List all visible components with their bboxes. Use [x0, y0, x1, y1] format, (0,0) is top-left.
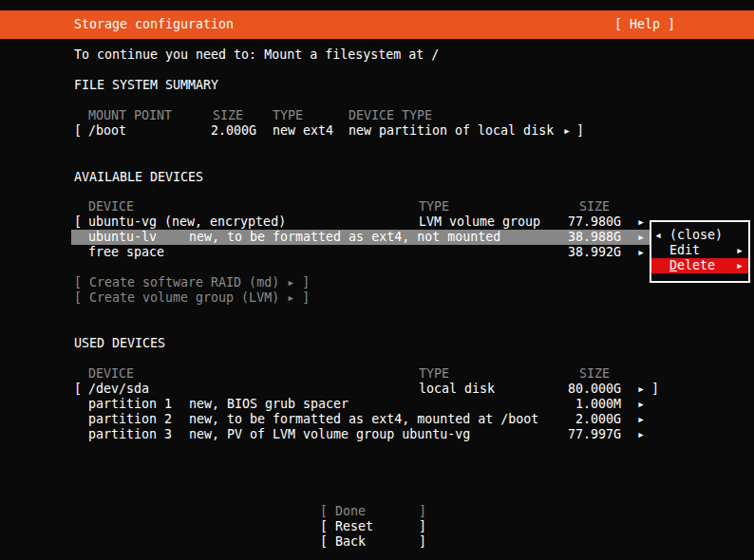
available-devices-column-headers: DEVICE TYPE SIZE [0, 199, 754, 215]
submenu-arrow-icon: ▸ [563, 123, 571, 139]
menu-item-close[interactable]: ◂ (close) [651, 228, 748, 243]
col-device-type: DEVICE TYPE [349, 108, 432, 123]
device-name: partition 3 [88, 427, 172, 442]
button-label: Back [335, 534, 366, 550]
device-row-dev-sda[interactable]: [ /dev/sda local disk 80.000G ▸ ] [0, 382, 754, 397]
col-mount-point: MOUNT POINT [88, 108, 172, 123]
help-button[interactable]: [ Help ] [614, 10, 675, 39]
device-row-ubuntu-lv[interactable]: ubuntu-lv new, to be formatted as ext4, … [71, 230, 650, 245]
storage-configuration-screen: { "header": { "title": "Storage configur… [0, 0, 754, 560]
filesystem-row-boot[interactable]: [ /boot 2.000G new ext4 new partition of… [0, 123, 754, 139]
bracket-close: ] [419, 534, 426, 550]
menu-item-label: Edit [669, 243, 700, 258]
col-size: SIZE [213, 108, 243, 123]
device-row-partition-2[interactable]: partition 2 new, to be formatted as ext4… [0, 412, 754, 427]
device-size: 80.000G [560, 382, 621, 397]
device-description: new, to be formatted as ext4, not mounte… [189, 230, 500, 245]
reset-button[interactable]: [ Reset ] [320, 519, 426, 534]
bracket-open: [ [320, 504, 328, 519]
create-volume-group-button[interactable]: [ Create volume group (LVM) ▸ ] [0, 290, 754, 306]
submenu-arrow-icon: ▸ [637, 427, 645, 442]
col-size: SIZE [579, 199, 610, 215]
bracket-open: [ [320, 519, 328, 534]
device-name: free space [88, 245, 164, 260]
bracket-close: ] [419, 519, 426, 534]
bracket-close: ] [576, 123, 584, 139]
context-menu: ◂ (close) Edit ▸ D elete ▸ [650, 220, 750, 283]
submenu-arrow-icon: ▸ [637, 397, 645, 412]
menu-item-delete[interactable]: D elete ▸ [651, 258, 748, 273]
col-size: SIZE [579, 366, 610, 382]
bracket-open: [ [74, 123, 82, 139]
filesystem-summary-heading: FILE SYSTEM SUMMARY [0, 78, 754, 93]
type: new ext4 [273, 123, 333, 139]
col-device: DEVICE [88, 199, 134, 215]
device-name: partition 2 [88, 412, 172, 427]
device-size: 77.980G [560, 215, 621, 230]
col-type: TYPE [419, 199, 449, 215]
notice-line: To continue you need to: Mount a filesys… [0, 47, 754, 63]
submenu-arrow-icon: ▸ [637, 382, 645, 397]
filesystem-summary-column-headers: MOUNT POINT SIZE TYPE DEVICE TYPE [0, 108, 754, 123]
available-devices-heading: AVAILABLE DEVICES [0, 170, 754, 185]
submenu-arrow-icon: ▸ [736, 258, 744, 273]
col-device: DEVICE [88, 366, 134, 382]
col-type: TYPE [419, 366, 449, 382]
button-label: Done [335, 504, 366, 519]
device-name: ubuntu-vg (new, encrypted) [88, 215, 286, 230]
submenu-arrow-icon: ▸ [637, 412, 645, 427]
device-name: /dev/sda [88, 382, 149, 397]
back-button[interactable]: [ Back ] [320, 534, 426, 550]
used-devices-column-headers: DEVICE TYPE SIZE [0, 366, 754, 382]
bracket-close: ] [419, 504, 426, 519]
submenu-arrow-icon: ▸ [637, 245, 645, 260]
create-raid-button[interactable]: [ Create software RAID (md) ▸ ] [0, 275, 754, 290]
device-description: new, to be formatted as ext4, mounted at… [189, 412, 538, 427]
menu-item-label: (close) [669, 228, 723, 243]
device-size: 77.997G [560, 427, 621, 442]
device-size: 38.988G [560, 230, 621, 245]
submenu-arrow-icon: ▸ [637, 215, 645, 230]
submenu-arrow-icon: ▸ [736, 243, 744, 258]
device-type: new partition of local disk [349, 123, 554, 139]
used-devices-heading: USED DEVICES [0, 336, 754, 351]
submenu-arrow-icon: ▸ [637, 230, 645, 245]
device-row-partition-1[interactable]: partition 1 new, BIOS grub spacer 1.000M… [0, 397, 754, 412]
device-description: new, PV of LVM volume group ubuntu-vg [189, 427, 470, 442]
device-type: LVM volume group [419, 215, 540, 230]
menu-item-edit[interactable]: Edit ▸ [651, 243, 748, 258]
notice-text: To continue you need to: Mount a filesys… [74, 47, 439, 63]
device-row-free-space[interactable]: free space 38.992G ▸ [0, 245, 754, 260]
button-label: Reset [335, 519, 373, 534]
collapse-arrow-icon: ◂ [654, 228, 662, 243]
bracket-open: [ [74, 215, 82, 230]
device-size: 2.000G [560, 412, 621, 427]
bracket-open: [ [320, 534, 328, 550]
device-size: 38.992G [560, 245, 621, 260]
device-type: local disk [419, 382, 495, 397]
size: 2.000G [211, 123, 256, 139]
menu-item-label-key: D [669, 258, 677, 273]
device-name: partition 1 [88, 397, 172, 412]
menu-item-label: elete [677, 258, 715, 273]
title-bar: Storage configuration [ Help ] [0, 10, 754, 39]
page-title: Storage configuration [74, 10, 234, 39]
device-name: ubuntu-lv [88, 230, 157, 245]
bracket-open: [ [74, 382, 82, 397]
device-size: 1.000M [560, 397, 621, 412]
device-row-ubuntu-vg[interactable]: [ ubuntu-vg (new, encrypted) LVM volume … [0, 215, 754, 230]
col-type: TYPE [273, 108, 303, 123]
device-row-partition-3[interactable]: partition 3 new, PV of LVM volume group … [0, 427, 754, 442]
bracket-close: ] [651, 382, 659, 397]
done-button[interactable]: [ Done ] [320, 504, 426, 519]
mount-point: /boot [88, 123, 126, 139]
device-description: new, BIOS grub spacer [189, 397, 349, 412]
